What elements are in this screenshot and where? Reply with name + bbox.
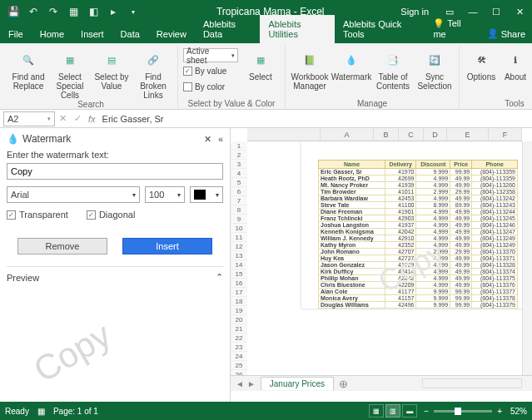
save-icon[interactable]: 💾 bbox=[7, 5, 20, 18]
watermark-text-input[interactable] bbox=[7, 163, 223, 180]
tab-data[interactable]: Data bbox=[112, 25, 148, 43]
tab-insert[interactable]: Insert bbox=[72, 25, 112, 43]
zoom-out-icon[interactable]: − bbox=[424, 407, 429, 416]
view-pagelayout-icon[interactable]: ▥ bbox=[385, 404, 400, 418]
insert-button[interactable]: Insert bbox=[122, 238, 212, 254]
group-svc-label: Select by Value & Color bbox=[188, 99, 276, 109]
formula-input[interactable]: Eric Gasser, Sr bbox=[99, 114, 532, 124]
group-manage-label: Manage bbox=[357, 99, 387, 109]
zoom-level: 52% bbox=[510, 407, 527, 416]
tab-ablebits-utilities[interactable]: Ablebits Utilities bbox=[260, 15, 334, 43]
qat-icon3[interactable]: ▸ bbox=[107, 5, 120, 18]
enter-formula-icon[interactable]: ✓ bbox=[70, 113, 85, 124]
name-box[interactable]: A2▾ bbox=[3, 111, 55, 126]
diagonal-check[interactable]: ✓Diagonal bbox=[87, 210, 135, 220]
panel-title: Watermark bbox=[22, 133, 71, 145]
qat-icon[interactable]: ▦ bbox=[67, 5, 80, 18]
vscrollbar[interactable] bbox=[522, 141, 532, 375]
maximize-icon[interactable]: ☐ bbox=[490, 6, 502, 17]
preview-toggle[interactable]: Preview⌃ bbox=[7, 266, 223, 283]
group-search-label: Search bbox=[77, 100, 104, 110]
font-select[interactable]: Arial▾ bbox=[7, 186, 140, 203]
view-pagebreak-icon[interactable]: ▬ bbox=[402, 404, 417, 418]
tab-nav-prev[interactable]: ◄ bbox=[236, 379, 244, 388]
chevron-up-icon: ⌃ bbox=[216, 272, 223, 283]
group-tools-label: Tools bbox=[505, 99, 524, 109]
zoom-in-icon[interactable]: + bbox=[497, 407, 502, 416]
find-links-button[interactable]: 🔗Find Broken Links bbox=[134, 47, 172, 100]
qat-icon2[interactable]: ◧ bbox=[87, 5, 100, 18]
panel-close-icon[interactable]: ✕ bbox=[204, 134, 211, 145]
view-normal-icon[interactable]: ▦ bbox=[369, 404, 384, 418]
status-ready: Ready bbox=[5, 407, 29, 416]
tab-home[interactable]: Home bbox=[32, 25, 72, 43]
status-icon: ▦ bbox=[37, 407, 45, 416]
preview-watermark: Copy bbox=[27, 315, 118, 391]
enter-text-label: Enter the watermark text: bbox=[7, 150, 223, 160]
scope-select[interactable]: Active sheet▾ bbox=[183, 48, 238, 62]
options-button[interactable]: 🛠Options bbox=[465, 47, 498, 82]
sync-button[interactable]: 🔄Sync Selection bbox=[415, 47, 454, 91]
page-preview: Copy NameDeliveryDiscountPricePhoneEric … bbox=[301, 141, 522, 309]
select-button[interactable]: ▦Select bbox=[241, 47, 280, 82]
tab-review[interactable]: Review bbox=[148, 25, 195, 43]
tab-ablebits-data[interactable]: Ablebits Data bbox=[195, 15, 261, 43]
status-page: Page: 1 of 1 bbox=[53, 407, 98, 416]
by-value-check[interactable]: ✓ bbox=[183, 67, 192, 76]
about-button[interactable]: ℹAbout bbox=[501, 47, 530, 82]
remove-button[interactable]: Remove bbox=[17, 238, 107, 254]
cancel-formula-icon[interactable]: ✕ bbox=[55, 113, 70, 124]
watermark-button[interactable]: 💧Watermark bbox=[332, 47, 370, 82]
hscrollbar[interactable] bbox=[422, 375, 522, 391]
workbook-mgr-button[interactable]: 📗Workbook Manager bbox=[291, 47, 329, 91]
tab-file[interactable]: File bbox=[0, 25, 32, 43]
size-select[interactable]: 100▾ bbox=[145, 186, 185, 203]
qat-more-icon[interactable]: ▾ bbox=[127, 5, 140, 18]
panel-collapse-icon[interactable]: « bbox=[218, 134, 223, 145]
tab-ablebits-quick[interactable]: Ablebits Quick Tools bbox=[335, 15, 425, 43]
by-color-check[interactable] bbox=[183, 82, 192, 91]
toc-button[interactable]: 📑Table of Contents bbox=[374, 47, 412, 91]
tab-tellme[interactable]: 💡 Tell me bbox=[425, 14, 480, 43]
fx-icon[interactable]: fx bbox=[85, 114, 99, 124]
select-value-button[interactable]: ▤Select by Value bbox=[92, 47, 131, 91]
find-replace-button[interactable]: 🔍Find and Replace bbox=[9, 47, 47, 91]
row-headers: 1234567891011121314151617181920212223242… bbox=[231, 141, 247, 379]
tab-nav-next[interactable]: ► bbox=[247, 379, 256, 388]
color-select[interactable]: ▾ bbox=[190, 186, 223, 203]
redo-icon[interactable]: ↷ bbox=[47, 5, 60, 18]
share-button[interactable]: 👤 Share bbox=[480, 24, 532, 43]
transparent-check[interactable]: ✓Transparent bbox=[7, 210, 68, 220]
add-sheet-icon[interactable]: ⊕ bbox=[334, 378, 353, 390]
close-icon[interactable]: ✕ bbox=[514, 6, 525, 17]
watermark-panel-icon: 💧 bbox=[7, 133, 19, 145]
undo-icon[interactable]: ↶ bbox=[27, 5, 40, 18]
select-special-button[interactable]: ▦Select Special Cells bbox=[51, 47, 89, 100]
zoom-slider[interactable] bbox=[434, 410, 492, 413]
sheet-tab[interactable]: January Prices bbox=[261, 377, 334, 390]
col-headers: ABCDEF bbox=[247, 128, 522, 141]
data-table: NameDeliveryDiscountPricePhoneEric Gasse… bbox=[318, 160, 518, 309]
